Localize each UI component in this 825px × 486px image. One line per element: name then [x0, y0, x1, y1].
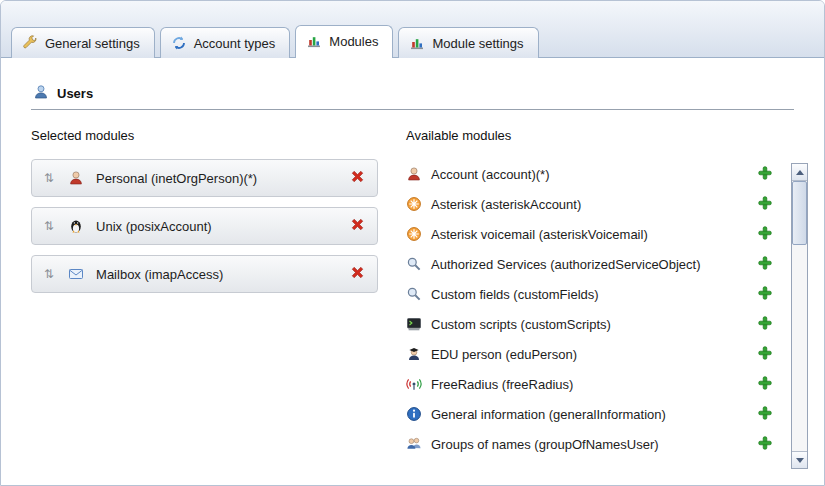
mailbox-envelope-icon	[68, 266, 84, 282]
available-module-label: Account (account)(*)	[431, 167, 758, 182]
scrollbar-thumb[interactable]	[792, 181, 807, 245]
available-module-label: Groups of names (groupOfNamesUser)	[431, 437, 758, 452]
personal-icon	[68, 170, 84, 186]
available-module-label: Asterisk (asteriskAccount)	[431, 197, 758, 212]
available-module-authorized-services: Authorized Services (authorizedServiceOb…	[406, 249, 778, 279]
delete-module-button[interactable]	[350, 265, 365, 283]
selected-modules-column: Selected modules ⇅ Personal (inetOrgPers…	[31, 128, 378, 459]
available-module-groups-of-names: Groups of names (groupOfNamesUser)	[406, 429, 778, 459]
available-module-label: Asterisk voicemail (asteriskVoicemail)	[431, 227, 758, 242]
modules-columns: Selected modules ⇅ Personal (inetOrgPers…	[1, 110, 824, 459]
add-module-button[interactable]	[758, 376, 772, 393]
users-section-heading: Users	[33, 84, 794, 103]
delete-icon	[350, 217, 365, 235]
magnifier-icon	[406, 256, 422, 272]
selected-modules-heading: Selected modules	[31, 128, 378, 143]
available-module-label: FreeRadius (freeRadius)	[431, 377, 758, 392]
add-module-button[interactable]	[758, 256, 772, 273]
add-module-button[interactable]	[758, 316, 772, 333]
add-icon	[758, 406, 772, 423]
terminal-icon	[406, 316, 422, 332]
available-module-asterisk-voicemail: Asterisk voicemail (asteriskVoicemail)	[406, 219, 778, 249]
radio-signal-icon	[406, 376, 422, 392]
add-icon	[758, 166, 772, 183]
account-person-icon	[406, 166, 422, 182]
scroll-down-button[interactable]	[792, 451, 807, 468]
add-module-button[interactable]	[758, 166, 772, 183]
tab-bar: General settings Account types Modules M…	[1, 1, 824, 58]
add-icon	[758, 436, 772, 453]
section-title: Users	[57, 86, 93, 101]
drag-handle-icon[interactable]: ⇅	[44, 220, 54, 232]
tab-label: Account types	[194, 36, 276, 51]
add-icon	[758, 196, 772, 213]
refresh-arrows-icon	[171, 35, 187, 51]
add-icon	[758, 346, 772, 363]
add-module-button[interactable]	[758, 226, 772, 243]
selected-module-mailbox[interactable]: ⇅ Mailbox (imapAccess)	[31, 255, 378, 293]
selected-module-label: Personal (inetOrgPerson)(*)	[96, 171, 350, 186]
tab-modules[interactable]: Modules	[295, 25, 393, 58]
available-module-label: Custom fields (customFields)	[431, 287, 758, 302]
delete-module-button[interactable]	[350, 217, 365, 235]
add-icon	[758, 256, 772, 273]
scrollbar-track[interactable]	[792, 181, 807, 451]
tab-label: General settings	[45, 36, 140, 51]
available-module-account: Account (account)(*)	[406, 159, 778, 189]
tab-account-types[interactable]: Account types	[160, 27, 291, 58]
add-icon	[758, 286, 772, 303]
arrow-down-icon	[796, 458, 804, 463]
available-modules-scrollbar[interactable]	[791, 163, 808, 469]
tab-module-settings[interactable]: Module settings	[398, 27, 538, 58]
lam-configuration-window: General settings Account types Modules M…	[0, 0, 825, 486]
selected-module-unix[interactable]: ⇅ Unix (posixAccount)	[31, 207, 378, 245]
delete-module-button[interactable]	[350, 169, 365, 187]
available-modules-column: Available modules Account (account)(*)	[406, 128, 808, 459]
delete-icon	[350, 169, 365, 187]
unix-penguin-icon	[68, 218, 84, 234]
available-module-label: General information (generalInformation)	[431, 407, 758, 422]
asterisk-star-icon	[406, 226, 422, 242]
available-modules-heading: Available modules	[406, 128, 778, 143]
selected-module-personal[interactable]: ⇅ Personal (inetOrgPerson)(*)	[31, 159, 378, 197]
tab-label: Module settings	[432, 36, 523, 51]
delete-icon	[350, 265, 365, 283]
available-module-label: Authorized Services (authorizedServiceOb…	[431, 257, 758, 272]
available-module-asterisk: Asterisk (asteriskAccount)	[406, 189, 778, 219]
add-module-button[interactable]	[758, 406, 772, 423]
drag-handle-icon[interactable]: ⇅	[44, 268, 54, 280]
available-module-label: Custom scripts (customScripts)	[431, 317, 758, 332]
available-module-freeradius: FreeRadius (freeRadius)	[406, 369, 778, 399]
available-module-general-information: General information (generalInformation)	[406, 399, 778, 429]
selected-module-label: Unix (posixAccount)	[96, 219, 350, 234]
drag-handle-icon[interactable]: ⇅	[44, 172, 54, 184]
available-module-custom-scripts: Custom scripts (customScripts)	[406, 309, 778, 339]
chart-icon	[306, 33, 322, 49]
add-module-button[interactable]	[758, 286, 772, 303]
scroll-up-button[interactable]	[792, 164, 807, 181]
asterisk-star-icon	[406, 196, 422, 212]
add-module-button[interactable]	[758, 346, 772, 363]
chart-icon	[409, 35, 425, 51]
magnifier-icon	[406, 286, 422, 302]
tab-general-settings[interactable]: General settings	[11, 27, 155, 58]
wrench-icon	[22, 35, 38, 51]
available-module-custom-fields: Custom fields (customFields)	[406, 279, 778, 309]
graduate-person-icon	[406, 346, 422, 362]
arrow-up-icon	[796, 170, 804, 175]
add-module-button[interactable]	[758, 196, 772, 213]
user-icon	[33, 84, 49, 103]
add-icon	[758, 226, 772, 243]
available-modules-list: Account (account)(*) Asterisk (asteriskA…	[406, 159, 778, 459]
info-icon	[406, 406, 422, 422]
selected-module-label: Mailbox (imapAccess)	[96, 267, 350, 282]
add-icon	[758, 316, 772, 333]
add-icon	[758, 376, 772, 393]
add-module-button[interactable]	[758, 436, 772, 453]
modules-tab-content: Users Selected modules ⇅ Personal (inetO…	[1, 84, 824, 486]
group-icon	[406, 436, 422, 452]
available-module-label: EDU person (eduPerson)	[431, 347, 758, 362]
tab-label: Modules	[329, 34, 378, 49]
available-module-edu-person: EDU person (eduPerson)	[406, 339, 778, 369]
